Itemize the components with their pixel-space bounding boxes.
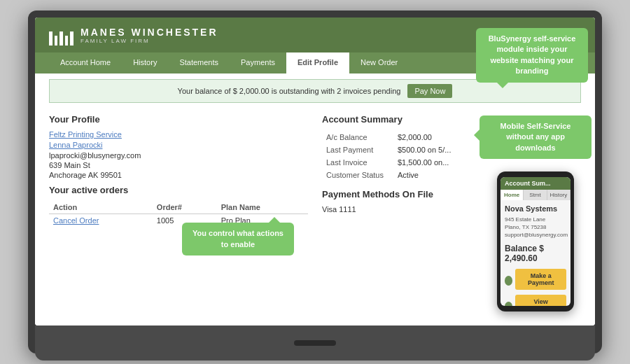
callout-top-right-text: BluSynergy self-service module inside yo… [489,34,576,75]
logo-icon [49,24,74,46]
callout-middle-right: Mobile Self-Service without any app down… [479,115,592,159]
phone-address: 945 Estate Lane Plano, TX 75238 support@… [505,216,566,239]
phone-header-text: Account Sum... [505,180,551,187]
phone-balance: Balance $ 2,490.60 [505,244,566,263]
tab-new-order[interactable]: New Order [349,52,409,74]
balance-text: Your balance of $ 2,000.00 is outstandin… [178,87,401,95]
profile-address: 639 Main St [49,161,308,169]
screen-content: MANES WINCHESTER FAMILY LAW FIRM HOME AB… [35,18,595,326]
phone-header: Account Sum... [500,177,570,190]
active-orders-title: Your active orders [49,185,308,195]
tab-account-home[interactable]: Account Home [49,52,122,74]
phone-balance-value: 2,490.60 [505,253,538,263]
phone-tab-history[interactable]: History [547,190,570,200]
summary-label-0: A/c Balance [323,132,393,143]
firm-name: MANES WINCHESTER [80,27,218,38]
tab-edit-profile[interactable]: Edit Profile [286,52,349,74]
tab-statements[interactable]: Statements [168,52,230,74]
pay-now-button[interactable]: Pay Now [407,84,452,98]
phone-address-line2: Plano, TX 75238 [505,224,546,230]
phone-email: support@blusynergy.com [505,232,568,238]
phone-tab-stmt[interactable]: Stmt [524,190,547,200]
tab-history[interactable]: History [122,52,168,74]
mobile-phone: Account Sum... Home Stmt History Nova Sy… [497,172,574,312]
summary-label-2: Last Invoice [323,157,393,168]
callout-top-right: BluSynergy self-service module inside yo… [476,28,588,83]
profile-name1-link[interactable]: Feltz Printing Service [49,130,308,139]
profile-city: Anchorage AK 99501 [49,171,308,179]
phone-content: Nova Systems 945 Estate Lane Plano, TX 7… [500,200,570,306]
callout-middle-right-text: Mobile Self-Service without any app down… [500,122,571,152]
profile-name2-link[interactable]: Lenna Paprocki [49,141,308,149]
phone-screen: Account Sum... Home Stmt History Nova Sy… [500,177,570,306]
col-action: Action [49,201,153,214]
profile-title: Your Profile [49,114,308,125]
phone-payment-button[interactable]: Make a Payment [515,269,566,290]
col-order: Order# [153,201,217,214]
logo-text: MANES WINCHESTER FAMILY LAW FIRM [80,27,218,44]
phone-address-line1: 945 Estate Lane [505,216,545,223]
left-column: Your Profile Feltz Printing Service Lenn… [49,108,308,227]
phone-btn-row-statement: View Statement [505,295,566,306]
summary-label-1: Last Payment [323,144,393,155]
laptop-notch [294,340,336,346]
profile-email: lpaprocki@blusynergy.com [49,151,308,160]
phone-balance-label: Balance $ [505,244,544,253]
laptop-screen: MANES WINCHESTER FAMILY LAW FIRM HOME AB… [35,18,595,326]
callout-bottom-left: You control what actions to enable [182,223,294,255]
cancel-order-link[interactable]: Cancel Order [53,216,99,225]
callout-bottom-left-text: You control what actions to enable [192,229,284,248]
logo-area: MANES WINCHESTER FAMILY LAW FIRM [49,24,218,46]
col-plan: Plan Name [217,201,308,214]
payment-icon [505,276,512,286]
tab-payments[interactable]: Payments [230,52,286,74]
laptop-frame: MANES WINCHESTER FAMILY LAW FIRM HOME AB… [28,10,602,354]
phone-tab-home[interactable]: Home [500,190,524,200]
laptop-base [35,326,595,360]
phone-company: Nova Systems [505,204,566,213]
firm-subtitle: FAMILY LAW FIRM [80,38,218,44]
phone-tabs: Home Stmt History [500,190,570,200]
summary-label-3: Customer Status [323,169,393,181]
statement-icon [505,302,512,306]
phone-btn-row-payment: Make a Payment [505,269,566,293]
phone-statement-button[interactable]: View Statement [515,295,566,306]
